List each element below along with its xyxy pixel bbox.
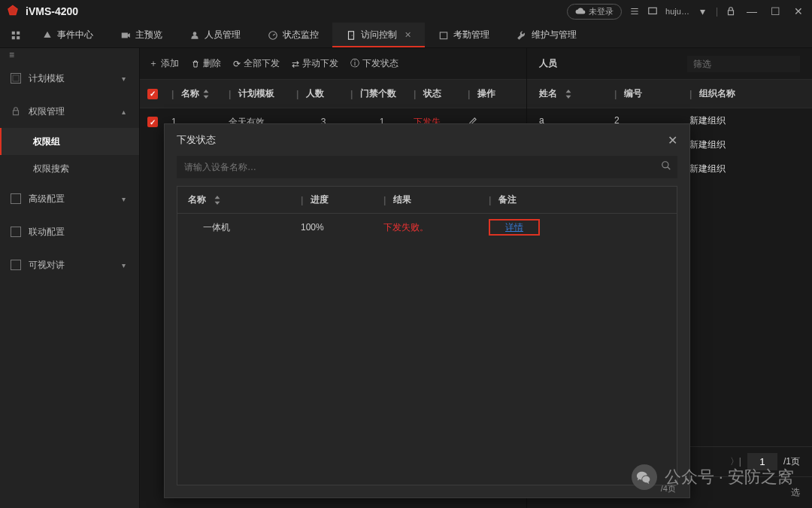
- calendar-icon: [438, 30, 449, 41]
- add-button[interactable]: ＋添加: [149, 57, 179, 70]
- svg-rect-11: [440, 32, 447, 38]
- menu-app[interactable]: [3, 23, 29, 47]
- grid-icon: [11, 30, 21, 41]
- trash-icon: [191, 59, 200, 68]
- dialog-title: 下发状态: [177, 133, 216, 147]
- delete-button[interactable]: 删除: [191, 57, 221, 70]
- screen-icon[interactable]: [647, 6, 658, 17]
- user-menu[interactable]: huju…: [665, 7, 689, 16]
- close-tab-icon[interactable]: ✕: [404, 30, 411, 40]
- person-table-header: 姓名 |编号 |组织名称: [527, 80, 812, 108]
- cell-result: 下发失败。: [383, 221, 489, 234]
- sidebar-item-intercom[interactable]: 可视对讲▾: [0, 248, 139, 281]
- lock-icon[interactable]: [726, 6, 736, 17]
- svg-rect-12: [13, 75, 19, 81]
- sidebar-sub-perm-group[interactable]: 权限组: [0, 128, 139, 155]
- cell-device-name: 一体机: [188, 221, 301, 234]
- alarm-icon: [42, 30, 53, 41]
- svg-rect-9: [349, 31, 354, 39]
- dialog-close-button[interactable]: ✕: [668, 133, 677, 148]
- chevron-down-icon[interactable]: ▾: [697, 5, 708, 17]
- svg-rect-4: [12, 36, 15, 39]
- watermark: 公众号 · 安防之窝: [632, 464, 794, 490]
- list-icon[interactable]: [629, 6, 640, 17]
- settings-icon: [11, 193, 21, 204]
- intercom-icon: [11, 260, 21, 270]
- maximize-button[interactable]: ☐: [768, 5, 783, 17]
- toolbar: ＋添加 删除 ⟳全部下发 ⇄异动下发 ⓘ下发状态: [140, 48, 526, 80]
- sidebar-collapse-icon[interactable]: ≡: [9, 50, 14, 60]
- sidebar-sub-perm-search[interactable]: 权限搜索: [0, 155, 139, 182]
- sort-icon[interactable]: [202, 90, 210, 99]
- group-table-header: |名称 |计划模板 |人数 |门禁个数 |状态 |操作: [140, 80, 526, 108]
- wrench-icon: [517, 30, 527, 41]
- svg-point-7: [193, 32, 197, 35]
- close-window-button[interactable]: ✕: [791, 5, 806, 17]
- cloud-icon: [575, 6, 586, 17]
- svg-rect-5: [17, 36, 20, 39]
- wechat-icon: [632, 464, 657, 490]
- menu-maintain[interactable]: 维护与管理: [503, 23, 590, 47]
- select-all-checkbox[interactable]: [147, 89, 158, 99]
- dialog-table-row: 一体机 100% 下发失败。 详情: [177, 214, 677, 241]
- device-search-input[interactable]: [177, 156, 677, 178]
- svg-point-10: [352, 35, 353, 35]
- search-icon[interactable]: [661, 160, 671, 173]
- app-title: iVMS-4200: [26, 5, 78, 17]
- apply-all-button[interactable]: ⟳全部下发: [233, 57, 280, 70]
- row-checkbox[interactable]: [147, 117, 158, 127]
- sidebar-item-advanced[interactable]: 高级配置▾: [0, 182, 139, 215]
- menu-attendance[interactable]: 考勤管理: [425, 23, 503, 47]
- menu-person[interactable]: 人员管理: [176, 23, 254, 47]
- menu-status[interactable]: 状态监控: [254, 23, 332, 47]
- person-icon: [189, 30, 200, 41]
- svg-rect-1: [729, 11, 734, 15]
- person-panel-title: 人员: [539, 57, 557, 70]
- menu-bar: 事件中心 主预览 人员管理 状态监控 访问控制✕ 考勤管理 维护与管理: [0, 23, 812, 48]
- apply-status-dialog: 下发状态 ✕ 名称 |进度 |结果 |备注 一体机 100% 下发失败。 详情 …: [164, 123, 690, 498]
- svg-point-14: [662, 162, 668, 168]
- sort-icon[interactable]: [214, 196, 221, 205]
- sort-icon[interactable]: [565, 90, 572, 99]
- lock-icon: [11, 106, 21, 117]
- person-filter-input[interactable]: [687, 56, 800, 72]
- sidebar-item-linkage[interactable]: 联动配置: [0, 215, 139, 248]
- minimize-button[interactable]: —: [744, 5, 760, 17]
- watermark-text: 公众号 · 安防之窝: [665, 466, 794, 488]
- menu-preview[interactable]: 主预览: [107, 23, 176, 47]
- detail-link[interactable]: 详情: [505, 222, 523, 233]
- svg-rect-13: [14, 111, 19, 115]
- titlebar: iVMS-4200 未登录 huju… ▾ | — ☐ ✕: [0, 0, 812, 23]
- login-status-text: 未登录: [589, 6, 614, 17]
- svg-rect-3: [17, 31, 20, 34]
- linkage-icon: [11, 227, 21, 237]
- gauge-icon: [268, 30, 278, 41]
- cell-progress: 100%: [301, 222, 383, 233]
- dialog-table-header: 名称 |进度 |结果 |备注: [177, 187, 677, 214]
- svg-rect-6: [122, 32, 128, 38]
- apply-status-button[interactable]: ⓘ下发状态: [350, 57, 398, 70]
- menu-event[interactable]: 事件中心: [29, 23, 107, 47]
- sidebar: ≡ 计划模板▾ 权限管理▴ 权限组 权限搜索 高级配置▾ 联动配置 可视对讲▾: [0, 48, 140, 508]
- apply-diff-button[interactable]: ⇄异动下发: [292, 57, 338, 70]
- sidebar-item-plan[interactable]: 计划模板▾: [0, 62, 139, 95]
- menu-access[interactable]: 访问控制✕: [332, 23, 425, 47]
- door-icon: [346, 30, 356, 41]
- app-logo-icon: [6, 5, 20, 18]
- svg-rect-2: [12, 31, 15, 34]
- camera-icon: [120, 30, 131, 41]
- template-icon: [11, 73, 21, 84]
- svg-rect-0: [649, 8, 657, 14]
- login-status-badge[interactable]: 未登录: [567, 4, 622, 20]
- sidebar-item-permission[interactable]: 权限管理▴: [0, 95, 139, 128]
